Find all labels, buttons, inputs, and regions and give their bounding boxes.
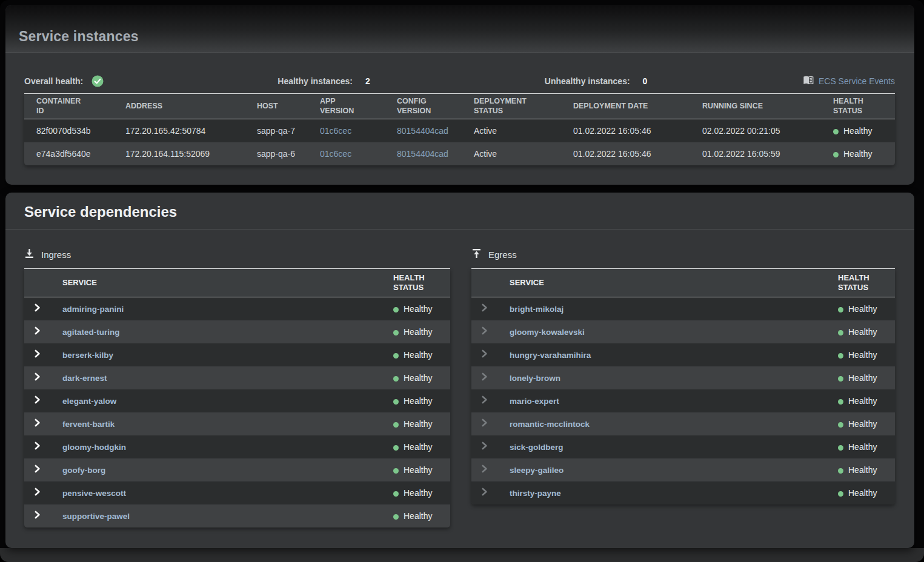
- service-link[interactable]: bright-mikolaj: [510, 305, 563, 314]
- service-link[interactable]: supportive-pawel: [62, 512, 130, 521]
- service-link[interactable]: elegant-yalow: [62, 397, 116, 406]
- chevron-right-icon: [481, 488, 488, 496]
- service-row[interactable]: romantic-mcclintockHealthy: [471, 412, 895, 435]
- service-link[interactable]: gloomy-kowalevski: [510, 328, 585, 337]
- instances-table-header-row: CONTAINER IDADDRESSHOSTAPP VERSIONCONFIG…: [24, 94, 895, 119]
- events-link-label: ECS Service Events: [819, 76, 895, 86]
- service-row[interactable]: admiring-paniniHealthy: [24, 297, 450, 320]
- health-dot: [833, 152, 839, 157]
- service-instances-body: Overall health: Healthy instances: 2 Unh…: [5, 74, 914, 165]
- service-name-cell: goofy-borg: [62, 458, 391, 481]
- overall-health-check-icon: [91, 75, 104, 87]
- app-version-cell[interactable]: 01c6cec: [320, 142, 397, 165]
- service-row[interactable]: sleepy-galileoHealthy: [471, 458, 895, 481]
- expand-chevron-cell[interactable]: [471, 458, 510, 481]
- service-name-cell: sleepy-galileo: [510, 458, 836, 481]
- chevron-right-icon: [34, 464, 41, 473]
- expand-chevron-cell[interactable]: [24, 343, 62, 366]
- expand-chevron-cell[interactable]: [471, 412, 510, 435]
- expand-chevron-cell[interactable]: [471, 435, 510, 458]
- service-row[interactable]: berserk-kilbyHealthy: [24, 343, 450, 366]
- service-link[interactable]: pensive-wescott: [62, 489, 126, 498]
- unhealthy-instances-label: Unhealthy instances:: [545, 76, 630, 86]
- service-row[interactable]: bright-mikolajHealthy: [471, 297, 895, 320]
- chevron-right-icon: [34, 488, 41, 496]
- service-link[interactable]: hungry-varahamihira: [510, 351, 591, 360]
- expand-chevron-cell[interactable]: [471, 343, 510, 366]
- service-row[interactable]: sick-goldbergHealthy: [471, 435, 895, 458]
- health-dot: [393, 376, 399, 382]
- service-link[interactable]: romantic-mcclintock: [510, 420, 590, 429]
- deployment-status-cell: Active: [474, 119, 573, 142]
- service-link[interactable]: thirsty-payne: [510, 489, 561, 498]
- service-link[interactable]: goofy-borg: [62, 466, 105, 475]
- service-row[interactable]: pensive-wescottHealthy: [24, 481, 450, 504]
- service-link[interactable]: mario-expert: [510, 397, 559, 406]
- service-row[interactable]: mario-expertHealthy: [471, 389, 895, 412]
- expand-chevron-cell[interactable]: [24, 389, 62, 412]
- expand-chevron-cell[interactable]: [24, 458, 62, 481]
- service-row[interactable]: hungry-varahamihiraHealthy: [471, 343, 895, 366]
- egress-heading: Egress: [471, 247, 895, 262]
- service-row[interactable]: thirsty-payneHealthy: [471, 481, 895, 504]
- health-status-cell: Healthy: [836, 481, 895, 504]
- app-version-cell[interactable]: 01c6cec: [320, 119, 397, 142]
- service-row[interactable]: gloomy-hodgkinHealthy: [24, 435, 450, 458]
- service-name-cell: romantic-mcclintock: [510, 412, 836, 435]
- healthy-instances-label: Healthy instances:: [278, 76, 353, 86]
- service-row[interactable]: supportive-pawelHealthy: [24, 504, 450, 527]
- health-status-cell: Healthy: [391, 481, 450, 504]
- config-version-cell[interactable]: 80154404cad: [397, 119, 474, 142]
- service-row[interactable]: dark-ernestHealthy: [24, 366, 450, 389]
- ecs-service-events-link[interactable]: ECS Service Events: [803, 76, 895, 87]
- service-link[interactable]: lonely-brown: [510, 374, 560, 383]
- health-dot: [393, 468, 399, 474]
- service-link[interactable]: agitated-turing: [62, 328, 120, 337]
- service-name-cell: admiring-panini: [62, 297, 391, 320]
- config-version-cell[interactable]: 80154404cad: [397, 142, 474, 165]
- deployment-date-cell: 01.02.2022 16:05:46: [573, 142, 702, 165]
- service-row[interactable]: elegant-yalowHealthy: [24, 389, 450, 412]
- service-row[interactable]: agitated-turingHealthy: [24, 320, 450, 343]
- service-link[interactable]: dark-ernest: [62, 374, 107, 383]
- service-name-cell: dark-ernest: [62, 366, 391, 389]
- health-status-cell: Healthy: [836, 297, 895, 320]
- health-status-cell: Healthy: [391, 435, 450, 458]
- expand-chevron-cell[interactable]: [24, 297, 62, 320]
- expand-chevron-cell[interactable]: [24, 481, 62, 504]
- ingress-table: SERVICE HEALTH STATUS admiring-paniniHea…: [24, 268, 450, 527]
- service-link[interactable]: admiring-panini: [62, 305, 124, 314]
- overall-health-label: Overall health:: [24, 76, 83, 86]
- service-row[interactable]: gloomy-kowalevskiHealthy: [471, 320, 895, 343]
- column-header-health-status: HEALTH STATUS: [833, 94, 895, 119]
- service-link[interactable]: fervent-bartik: [62, 420, 115, 429]
- chevron-right-icon: [481, 441, 488, 450]
- expand-chevron-cell[interactable]: [471, 320, 510, 343]
- health-dot: [833, 129, 839, 134]
- expand-chevron-cell[interactable]: [471, 297, 510, 320]
- service-link[interactable]: sleepy-galileo: [510, 466, 563, 475]
- chevron-right-icon: [481, 349, 488, 358]
- service-dependencies-panel: Service dependencies Ingress SERVICE HEA…: [5, 193, 914, 548]
- service-link[interactable]: gloomy-hodgkin: [62, 443, 126, 452]
- service-row[interactable]: goofy-borgHealthy: [24, 458, 450, 481]
- expand-chevron-cell[interactable]: [471, 366, 510, 389]
- expand-chevron-cell[interactable]: [471, 481, 510, 504]
- expand-chevron-cell[interactable]: [471, 389, 510, 412]
- service-name-cell: bright-mikolaj: [510, 297, 836, 320]
- egress-section: Egress SERVICE HEALTH STATUS bright-miko…: [471, 247, 895, 527]
- expand-chevron-cell[interactable]: [24, 366, 62, 389]
- service-row[interactable]: lonely-brownHealthy: [471, 366, 895, 389]
- chevron-right-icon: [481, 464, 488, 473]
- expand-chevron-cell[interactable]: [24, 504, 62, 527]
- expand-chevron-cell[interactable]: [24, 320, 62, 343]
- health-status-cell: Healthy: [391, 504, 450, 527]
- expand-chevron-cell[interactable]: [24, 412, 62, 435]
- service-link[interactable]: sick-goldberg: [510, 443, 563, 452]
- service-instances-title: Service instances: [19, 28, 139, 45]
- service-link[interactable]: berserk-kilby: [62, 351, 113, 360]
- expand-chevron-cell[interactable]: [24, 435, 62, 458]
- column-header-address: ADDRESS: [125, 94, 257, 119]
- service-row[interactable]: fervent-bartikHealthy: [24, 412, 450, 435]
- chevron-right-icon: [481, 372, 488, 381]
